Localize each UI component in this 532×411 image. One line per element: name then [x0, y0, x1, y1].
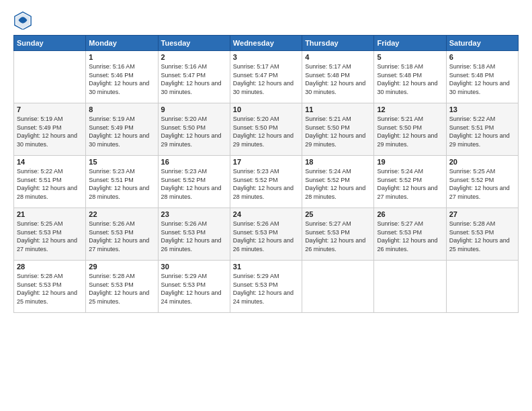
day-number: 20 — [449, 158, 515, 166]
logo — [13, 11, 34, 30]
day-number: 9 — [161, 105, 227, 113]
day-info: Sunrise: 5:25 AMSunset: 5:53 PMDaylight:… — [17, 220, 83, 253]
page: SundayMondayTuesdayWednesdayThursdayFrid… — [0, 0, 532, 411]
day-number: 1 — [89, 53, 154, 61]
calendar-cell: 2Sunrise: 5:16 AMSunset: 5:47 PMDaylight… — [158, 51, 230, 103]
day-info: Sunrise: 5:19 AMSunset: 5:49 PMDaylight:… — [17, 115, 83, 148]
day-info: Sunrise: 5:17 AMSunset: 5:48 PMDaylight:… — [305, 62, 371, 96]
day-number: 11 — [305, 105, 371, 113]
calendar-cell: 6Sunrise: 5:18 AMSunset: 5:48 PMDaylight… — [446, 51, 518, 103]
day-info: Sunrise: 5:19 AMSunset: 5:49 PMDaylight:… — [89, 115, 154, 148]
day-number: 25 — [305, 210, 371, 218]
day-info: Sunrise: 5:27 AMSunset: 5:53 PMDaylight:… — [305, 220, 371, 253]
calendar-cell: 28Sunrise: 5:28 AMSunset: 5:53 PMDayligh… — [14, 261, 86, 313]
calendar-cell: 10Sunrise: 5:20 AMSunset: 5:50 PMDayligh… — [230, 103, 302, 156]
day-number: 21 — [17, 210, 83, 218]
day-info: Sunrise: 5:21 AMSunset: 5:50 PMDaylight:… — [377, 115, 443, 148]
calendar-cell: 1Sunrise: 5:16 AMSunset: 5:46 PMDaylight… — [86, 51, 158, 103]
calendar-cell: 5Sunrise: 5:18 AMSunset: 5:48 PMDaylight… — [374, 51, 446, 103]
day-info: Sunrise: 5:24 AMSunset: 5:52 PMDaylight:… — [305, 167, 371, 201]
calendar-week-1: 1Sunrise: 5:16 AMSunset: 5:46 PMDaylight… — [14, 51, 519, 103]
day-number: 7 — [17, 105, 83, 113]
day-number: 19 — [377, 158, 443, 166]
day-info: Sunrise: 5:23 AMSunset: 5:51 PMDaylight:… — [89, 167, 154, 201]
day-info: Sunrise: 5:27 AMSunset: 5:53 PMDaylight:… — [377, 220, 443, 253]
day-number: 13 — [449, 105, 515, 113]
day-info: Sunrise: 5:28 AMSunset: 5:53 PMDaylight:… — [89, 272, 154, 306]
calendar-cell: 31Sunrise: 5:29 AMSunset: 5:53 PMDayligh… — [230, 261, 302, 313]
day-info: Sunrise: 5:26 AMSunset: 5:53 PMDaylight:… — [233, 220, 299, 253]
calendar-cell: 9Sunrise: 5:20 AMSunset: 5:50 PMDaylight… — [158, 103, 230, 156]
calendar-table: SundayMondayTuesdayWednesdayThursdayFrid… — [13, 35, 519, 313]
header-cell-tuesday: Tuesday — [158, 36, 230, 51]
calendar-cell: 13Sunrise: 5:22 AMSunset: 5:51 PMDayligh… — [446, 103, 518, 156]
logo-icon — [13, 11, 32, 30]
day-info: Sunrise: 5:17 AMSunset: 5:47 PMDaylight:… — [233, 62, 299, 96]
calendar-week-2: 7Sunrise: 5:19 AMSunset: 5:49 PMDaylight… — [14, 103, 519, 156]
calendar-cell: 24Sunrise: 5:26 AMSunset: 5:53 PMDayligh… — [230, 208, 302, 261]
header-cell-thursday: Thursday — [302, 36, 374, 51]
calendar-cell: 17Sunrise: 5:23 AMSunset: 5:52 PMDayligh… — [230, 156, 302, 208]
calendar-cell — [374, 261, 446, 313]
day-number: 12 — [377, 105, 443, 113]
day-info: Sunrise: 5:29 AMSunset: 5:53 PMDaylight:… — [233, 272, 299, 306]
calendar-cell: 25Sunrise: 5:27 AMSunset: 5:53 PMDayligh… — [302, 208, 374, 261]
day-info: Sunrise: 5:26 AMSunset: 5:53 PMDaylight:… — [89, 220, 154, 253]
calendar-cell — [446, 261, 518, 313]
day-info: Sunrise: 5:20 AMSunset: 5:50 PMDaylight:… — [233, 115, 299, 148]
day-info: Sunrise: 5:22 AMSunset: 5:51 PMDaylight:… — [17, 167, 83, 201]
day-number: 8 — [89, 105, 154, 113]
header-cell-wednesday: Wednesday — [230, 36, 302, 51]
day-number: 3 — [233, 53, 299, 61]
day-number: 6 — [449, 53, 515, 61]
day-number: 27 — [449, 210, 515, 218]
day-number: 4 — [305, 53, 371, 61]
header-cell-sunday: Sunday — [14, 36, 86, 51]
calendar-cell: 4Sunrise: 5:17 AMSunset: 5:48 PMDaylight… — [302, 51, 374, 103]
day-info: Sunrise: 5:18 AMSunset: 5:48 PMDaylight:… — [449, 62, 515, 96]
day-number: 16 — [161, 158, 227, 166]
day-number: 26 — [377, 210, 443, 218]
day-number: 31 — [233, 263, 299, 271]
day-info: Sunrise: 5:25 AMSunset: 5:52 PMDaylight:… — [449, 167, 515, 201]
calendar-cell: 15Sunrise: 5:23 AMSunset: 5:51 PMDayligh… — [86, 156, 158, 208]
header-row: SundayMondayTuesdayWednesdayThursdayFrid… — [14, 36, 519, 51]
calendar-cell: 29Sunrise: 5:28 AMSunset: 5:53 PMDayligh… — [86, 261, 158, 313]
day-info: Sunrise: 5:26 AMSunset: 5:53 PMDaylight:… — [161, 220, 227, 253]
day-info: Sunrise: 5:20 AMSunset: 5:50 PMDaylight:… — [161, 115, 227, 148]
header-cell-monday: Monday — [86, 36, 158, 51]
header — [13, 11, 519, 30]
day-number: 14 — [17, 158, 83, 166]
day-info: Sunrise: 5:24 AMSunset: 5:52 PMDaylight:… — [377, 167, 443, 201]
day-info: Sunrise: 5:28 AMSunset: 5:53 PMDaylight:… — [17, 272, 83, 306]
calendar-cell: 26Sunrise: 5:27 AMSunset: 5:53 PMDayligh… — [374, 208, 446, 261]
calendar-cell: 14Sunrise: 5:22 AMSunset: 5:51 PMDayligh… — [14, 156, 86, 208]
day-info: Sunrise: 5:28 AMSunset: 5:53 PMDaylight:… — [449, 220, 515, 253]
day-number: 17 — [233, 158, 299, 166]
calendar-cell: 22Sunrise: 5:26 AMSunset: 5:53 PMDayligh… — [86, 208, 158, 261]
calendar-week-3: 14Sunrise: 5:22 AMSunset: 5:51 PMDayligh… — [14, 156, 519, 208]
calendar-header: SundayMondayTuesdayWednesdayThursdayFrid… — [14, 36, 519, 51]
day-info: Sunrise: 5:18 AMSunset: 5:48 PMDaylight:… — [377, 62, 443, 96]
header-cell-saturday: Saturday — [446, 36, 518, 51]
day-number: 23 — [161, 210, 227, 218]
calendar-cell — [14, 51, 86, 103]
calendar-cell: 8Sunrise: 5:19 AMSunset: 5:49 PMDaylight… — [86, 103, 158, 156]
day-info: Sunrise: 5:23 AMSunset: 5:52 PMDaylight:… — [233, 167, 299, 201]
calendar-cell: 7Sunrise: 5:19 AMSunset: 5:49 PMDaylight… — [14, 103, 86, 156]
calendar-cell: 27Sunrise: 5:28 AMSunset: 5:53 PMDayligh… — [446, 208, 518, 261]
day-number: 5 — [377, 53, 443, 61]
calendar-week-4: 21Sunrise: 5:25 AMSunset: 5:53 PMDayligh… — [14, 208, 519, 261]
day-number: 18 — [305, 158, 371, 166]
calendar-cell: 19Sunrise: 5:24 AMSunset: 5:52 PMDayligh… — [374, 156, 446, 208]
calendar-cell: 18Sunrise: 5:24 AMSunset: 5:52 PMDayligh… — [302, 156, 374, 208]
day-info: Sunrise: 5:23 AMSunset: 5:52 PMDaylight:… — [161, 167, 227, 201]
day-number: 29 — [89, 263, 154, 271]
day-number: 10 — [233, 105, 299, 113]
calendar-cell: 11Sunrise: 5:21 AMSunset: 5:50 PMDayligh… — [302, 103, 374, 156]
day-number: 2 — [161, 53, 227, 61]
calendar-cell: 3Sunrise: 5:17 AMSunset: 5:47 PMDaylight… — [230, 51, 302, 103]
day-number: 30 — [161, 263, 227, 271]
calendar-cell: 21Sunrise: 5:25 AMSunset: 5:53 PMDayligh… — [14, 208, 86, 261]
calendar-cell — [302, 261, 374, 313]
